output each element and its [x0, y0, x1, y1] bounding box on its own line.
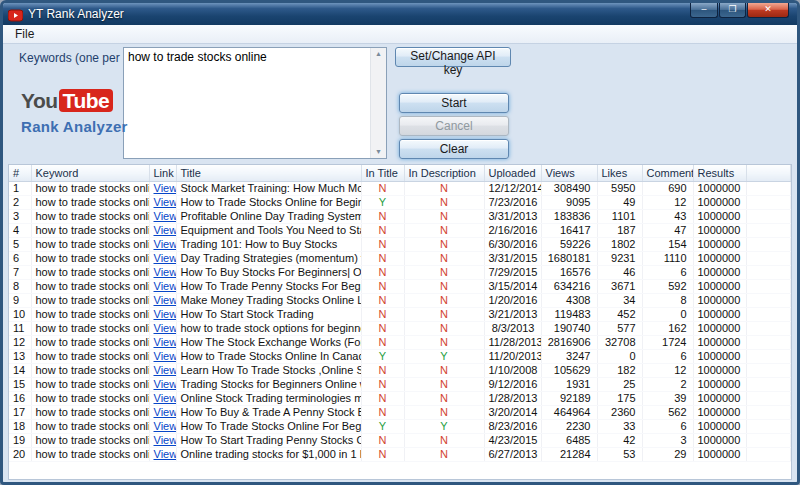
clear-button[interactable]: Clear [399, 139, 509, 159]
cell-in-title: N [361, 447, 404, 461]
cell-uploaded: 6/27/2013 [484, 447, 541, 461]
titlebar[interactable]: YT Rank Analyzer – ❐ ✕ [3, 3, 797, 25]
cell-in-title: N [361, 209, 404, 223]
view-link[interactable]: View [154, 420, 177, 432]
start-button[interactable]: Start [399, 93, 509, 113]
table-row[interactable]: 19 how to trade stocks online View How T… [9, 433, 791, 447]
col-header-views[interactable]: Views [541, 165, 597, 181]
view-link[interactable]: View [154, 406, 177, 418]
cell-uploaded: 3/21/2013 [484, 307, 541, 321]
cancel-button[interactable]: Cancel [399, 116, 509, 136]
col-header-link[interactable]: Link [149, 165, 176, 181]
cell-results: 1000000 [693, 265, 746, 279]
cell-views: 634216 [541, 279, 597, 293]
col-header-index[interactable]: # [9, 165, 31, 181]
keywords-scrollbar[interactable]: ▲ ▼ [370, 48, 386, 158]
table-row[interactable]: 3 how to trade stocks online View Profit… [9, 209, 791, 223]
table-row[interactable]: 2 how to trade stocks online View How to… [9, 195, 791, 209]
table-row[interactable]: 14 how to trade stocks online View Learn… [9, 363, 791, 377]
view-link[interactable]: View [154, 294, 177, 306]
cell-in-description: N [404, 433, 484, 447]
table-row[interactable]: 11 how to trade stocks online View how t… [9, 321, 791, 335]
table-row[interactable]: 13 how to trade stocks online View How t… [9, 349, 791, 363]
view-link[interactable]: View [154, 182, 177, 194]
view-link[interactable]: View [154, 308, 177, 320]
view-link[interactable]: View [154, 350, 177, 362]
cell-filler [746, 293, 791, 307]
cell-uploaded: 6/30/2016 [484, 237, 541, 251]
view-link[interactable]: View [154, 210, 177, 222]
close-button[interactable]: ✕ [747, 3, 789, 18]
cell-views: 16576 [541, 265, 597, 279]
table-row[interactable]: 7 how to trade stocks online View How To… [9, 265, 791, 279]
view-link[interactable]: View [154, 364, 177, 376]
cell-results: 1000000 [693, 405, 746, 419]
cell-keyword: how to trade stocks online [31, 349, 149, 363]
cell-uploaded: 1/10/2008 [484, 363, 541, 377]
view-link[interactable]: View [154, 224, 177, 236]
table-row[interactable]: 16 how to trade stocks online View Onlin… [9, 391, 791, 405]
cell-in-description: N [404, 363, 484, 377]
cell-title: How To Start Trading Penny Stocks Online [176, 433, 361, 447]
table-row[interactable]: 15 how to trade stocks online View Tradi… [9, 377, 791, 391]
menu-file[interactable]: File [10, 26, 39, 42]
keywords-value[interactable]: how to trade stocks online [124, 48, 370, 158]
table-row[interactable]: 1 how to trade stocks online View Stock … [9, 181, 791, 195]
col-header-comments[interactable]: Comments [642, 165, 693, 181]
col-header-results[interactable]: Results [693, 165, 746, 181]
cell-likes: 3671 [597, 279, 642, 293]
table-row[interactable]: 4 how to trade stocks online View Equipm… [9, 223, 791, 237]
cell-index: 4 [9, 223, 31, 237]
col-header-title[interactable]: Title [176, 165, 361, 181]
cell-results: 1000000 [693, 335, 746, 349]
cell-in-description: Y [404, 419, 484, 433]
col-header-in-title[interactable]: In Title [361, 165, 404, 181]
minimize-button[interactable]: – [690, 3, 718, 18]
view-link[interactable]: View [154, 392, 177, 404]
table-row[interactable]: 20 how to trade stocks online View Onlin… [9, 447, 791, 461]
col-header-likes[interactable]: Likes [597, 165, 642, 181]
cell-views: 92189 [541, 391, 597, 405]
cell-link: View [149, 433, 176, 447]
view-link[interactable]: View [154, 196, 177, 208]
view-link[interactable]: View [154, 280, 177, 292]
cell-uploaded: 7/29/2015 [484, 265, 541, 279]
view-link[interactable]: View [154, 266, 177, 278]
cell-comments: 690 [642, 181, 693, 195]
table-row[interactable]: 18 how to trade stocks online View How T… [9, 419, 791, 433]
cell-keyword: how to trade stocks online [31, 447, 149, 461]
cell-link: View [149, 349, 176, 363]
cell-link: View [149, 293, 176, 307]
cell-results: 1000000 [693, 251, 746, 265]
table-row[interactable]: 17 how to trade stocks online View How T… [9, 405, 791, 419]
table-header-row: # Keyword Link Title In Title In Descrip… [9, 165, 791, 181]
cell-in-title: N [361, 433, 404, 447]
col-header-in-description[interactable]: In Description [404, 165, 484, 181]
table-row[interactable]: 9 how to trade stocks online View Make M… [9, 293, 791, 307]
table-row[interactable]: 10 how to trade stocks online View How T… [9, 307, 791, 321]
table-row[interactable]: 6 how to trade stocks online View Day Tr… [9, 251, 791, 265]
col-header-uploaded[interactable]: Uploaded [484, 165, 541, 181]
scroll-up-icon[interactable]: ▲ [375, 50, 382, 58]
results-table-body: 1 how to trade stocks online View Stock … [9, 181, 791, 461]
cell-filler [746, 377, 791, 391]
cell-likes: 452 [597, 307, 642, 321]
scroll-down-icon[interactable]: ▼ [375, 148, 382, 156]
view-link[interactable]: View [154, 322, 177, 334]
view-link[interactable]: View [154, 448, 177, 460]
cell-views: 464964 [541, 405, 597, 419]
col-header-keyword[interactable]: Keyword [31, 165, 149, 181]
view-link[interactable]: View [154, 252, 177, 264]
table-row[interactable]: 12 how to trade stocks online View How T… [9, 335, 791, 349]
table-row[interactable]: 8 how to trade stocks online View How To… [9, 279, 791, 293]
view-link[interactable]: View [154, 378, 177, 390]
results-table: # Keyword Link Title In Title In Descrip… [8, 164, 792, 480]
table-row[interactable]: 5 how to trade stocks online View Tradin… [9, 237, 791, 251]
view-link[interactable]: View [154, 434, 177, 446]
set-api-key-button[interactable]: Set/Change API key [395, 47, 511, 67]
maximize-button[interactable]: ❐ [719, 3, 746, 18]
view-link[interactable]: View [154, 238, 177, 250]
cell-in-title: N [361, 251, 404, 265]
keywords-input[interactable]: how to trade stocks online ▲ ▼ [123, 47, 387, 159]
view-link[interactable]: View [154, 336, 177, 348]
